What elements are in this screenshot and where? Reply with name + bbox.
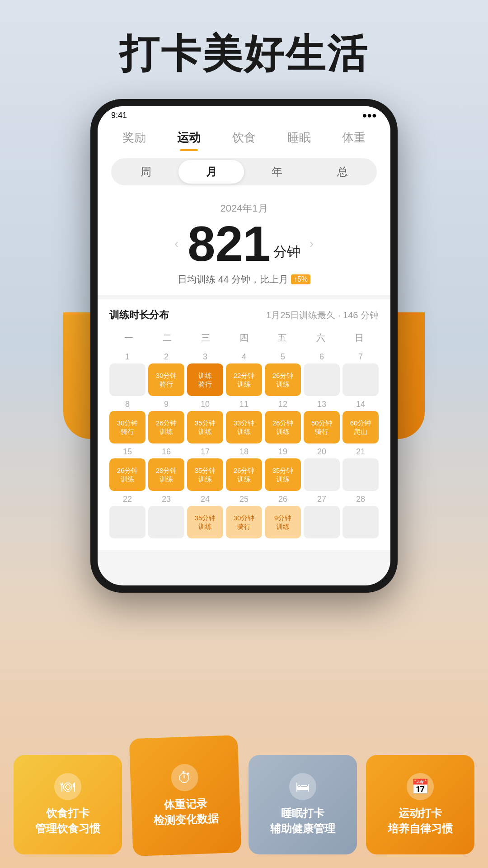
cal-date: 11 bbox=[226, 399, 262, 410]
week-cells-row-3[interactable]: 35分钟 训练30分钟 骑行9分钟 训练 bbox=[109, 506, 379, 538]
feature-cards: 🍽 饮食打卡管理饮食习惯 ⏱ 体重记录检测变化数据 🛏 睡眠打卡辅助健康管理 📅… bbox=[0, 737, 488, 868]
cal-cell-2-4[interactable]: 35分钟 训练 bbox=[265, 458, 301, 491]
next-arrow[interactable]: › bbox=[300, 236, 323, 251]
cal-cell-0-6[interactable] bbox=[343, 363, 379, 396]
cal-date: 24 bbox=[187, 494, 223, 505]
cal-cell-3-1[interactable] bbox=[148, 506, 184, 538]
cal-cell-0-2[interactable]: 训练 骑行 bbox=[187, 363, 223, 396]
cal-date: 22 bbox=[109, 494, 145, 505]
period-pills: 周 月 年 总 bbox=[111, 158, 377, 185]
cal-date: 23 bbox=[148, 494, 184, 505]
weight-icon: ⏱ bbox=[171, 764, 199, 792]
cal-cell-1-2[interactable]: 35分钟 训练 bbox=[187, 411, 223, 443]
stats-value: 821 bbox=[188, 219, 271, 269]
cal-cell-0-1[interactable]: 30分钟 骑行 bbox=[148, 363, 184, 396]
cal-date: 12 bbox=[265, 399, 301, 410]
cal-cell-3-6[interactable] bbox=[343, 506, 379, 538]
weekday-sun: 日 bbox=[340, 329, 379, 347]
status-bar: 9:41 ●●● bbox=[98, 106, 390, 124]
cal-date: 14 bbox=[343, 399, 379, 410]
stats-sub: 日均训练 44 分钟，比上月 ↑5% bbox=[111, 273, 377, 286]
cal-date: 10 bbox=[187, 399, 223, 410]
stats-value-row: ‹ 821 分钟 › bbox=[111, 219, 377, 269]
cal-date: 21 bbox=[343, 446, 379, 458]
week-date-row-1: 891011121314 bbox=[109, 399, 379, 410]
cal-date: 13 bbox=[304, 399, 340, 410]
cal-cell-2-2[interactable]: 35分钟 训练 bbox=[187, 458, 223, 491]
feature-card-food[interactable]: 🍽 饮食打卡管理饮食习惯 bbox=[14, 755, 122, 854]
tab-exercise[interactable]: 运动 bbox=[177, 130, 201, 151]
week-cells-row-1[interactable]: 30分钟 骑行26分钟 训练35分钟 训练33分钟 训练26分钟 训练50分钟 … bbox=[109, 411, 379, 443]
tab-diet[interactable]: 饮食 bbox=[232, 130, 256, 151]
cal-cell-1-6[interactable]: 60分钟 爬山 bbox=[343, 411, 379, 443]
tab-rewards[interactable]: 奖励 bbox=[122, 130, 146, 151]
cal-date: 5 bbox=[265, 351, 301, 363]
cal-cell-1-4[interactable]: 26分钟 训练 bbox=[265, 411, 301, 443]
week-cells-row-2[interactable]: 26分钟 训练28分钟 训练35分钟 训练26分钟 训练35分钟 训练 bbox=[109, 458, 379, 491]
weekday-fri: 五 bbox=[263, 329, 302, 347]
cal-date: 16 bbox=[148, 446, 184, 458]
status-icons: ●●● bbox=[362, 111, 377, 120]
cal-cell-2-5[interactable] bbox=[304, 458, 340, 491]
cal-cell-2-3[interactable]: 26分钟 训练 bbox=[226, 458, 262, 491]
cal-cell-3-2[interactable]: 35分钟 训练 bbox=[187, 506, 223, 538]
cal-cell-0-5[interactable] bbox=[304, 363, 340, 396]
weight-label: 体重记录检测变化数据 bbox=[153, 796, 219, 828]
feature-card-exercise[interactable]: 📅 运动打卡培养自律习惯 bbox=[366, 755, 474, 854]
exercise-label: 运动打卡培养自律习惯 bbox=[388, 806, 453, 836]
weekday-thu: 四 bbox=[225, 329, 263, 347]
cal-date: 3 bbox=[187, 351, 223, 363]
cal-cell-1-0[interactable]: 30分钟 骑行 bbox=[109, 411, 145, 443]
weekday-sat: 六 bbox=[302, 329, 340, 347]
weekday-wed: 三 bbox=[186, 329, 225, 347]
cal-cell-0-0[interactable] bbox=[109, 363, 145, 396]
cal-date: 28 bbox=[343, 494, 379, 505]
cal-date: 25 bbox=[226, 494, 262, 505]
status-time: 9:41 bbox=[111, 111, 127, 120]
cal-cell-3-4[interactable]: 9分钟 训练 bbox=[265, 506, 301, 538]
stats-unit: 分钟 bbox=[273, 243, 300, 269]
cal-cell-3-3[interactable]: 30分钟 骑行 bbox=[226, 506, 262, 538]
period-total[interactable]: 总 bbox=[310, 160, 375, 184]
cal-cell-3-0[interactable] bbox=[109, 506, 145, 538]
cal-cell-2-1[interactable]: 28分钟 训练 bbox=[148, 458, 184, 491]
calendar-subtitle: 1月25日训练最久 · 146 分钟 bbox=[266, 309, 379, 321]
feature-card-weight[interactable]: ⏱ 体重记录检测变化数据 bbox=[129, 735, 242, 856]
weekday-row: 一 二 三 四 五 六 日 bbox=[109, 329, 379, 347]
stats-section: 2024年1月 ‹ 821 分钟 › 日均训练 44 分钟，比上月 ↑5% bbox=[98, 193, 390, 295]
cal-date: 26 bbox=[265, 494, 301, 505]
sleep-icon: 🛏 bbox=[289, 773, 316, 800]
tab-sleep[interactable]: 睡眠 bbox=[287, 130, 311, 151]
feature-card-sleep[interactable]: 🛏 睡眠打卡辅助健康管理 bbox=[249, 755, 357, 854]
cal-date: 4 bbox=[226, 351, 262, 363]
prev-arrow[interactable]: ‹ bbox=[165, 236, 188, 251]
cal-date: 20 bbox=[304, 446, 340, 458]
week-cells-row-0[interactable]: 30分钟 骑行训练 骑行22分钟 训练26分钟 训练 bbox=[109, 363, 379, 396]
cal-cell-1-5[interactable]: 50分钟 骑行 bbox=[304, 411, 340, 443]
cal-date: 17 bbox=[187, 446, 223, 458]
week-date-row-0: 1234567 bbox=[109, 351, 379, 363]
cal-date: 8 bbox=[109, 399, 145, 410]
tab-weight[interactable]: 体重 bbox=[342, 130, 366, 151]
cal-date: 7 bbox=[343, 351, 379, 363]
cal-date: 6 bbox=[304, 351, 340, 363]
page-title: 打卡美好生活 bbox=[0, 0, 488, 81]
cal-date: 1 bbox=[109, 351, 145, 363]
phone-screen: 9:41 ●●● 奖励 运动 饮食 睡眠 体重 周 月 年 总 bbox=[98, 106, 390, 585]
cal-date: 27 bbox=[304, 494, 340, 505]
cal-cell-1-1[interactable]: 26分钟 训练 bbox=[148, 411, 184, 443]
cal-cell-1-3[interactable]: 33分钟 训练 bbox=[226, 411, 262, 443]
cal-cell-2-0[interactable]: 26分钟 训练 bbox=[109, 458, 145, 491]
cal-cell-3-5[interactable] bbox=[304, 506, 340, 538]
food-icon: 🍽 bbox=[54, 773, 81, 800]
period-week[interactable]: 周 bbox=[113, 160, 178, 184]
cal-cell-2-6[interactable] bbox=[343, 458, 379, 491]
trend-badge: ↑5% bbox=[291, 274, 310, 284]
cal-cell-0-3[interactable]: 22分钟 训练 bbox=[226, 363, 262, 396]
week-date-row-2: 15161718192021 bbox=[109, 446, 379, 458]
food-label: 饮食打卡管理饮食习惯 bbox=[35, 806, 100, 836]
phone-mockup: 9:41 ●●● 奖励 运动 饮食 睡眠 体重 周 月 年 总 bbox=[90, 99, 398, 593]
period-year[interactable]: 年 bbox=[244, 160, 310, 184]
cal-cell-0-4[interactable]: 26分钟 训练 bbox=[265, 363, 301, 396]
period-month[interactable]: 月 bbox=[178, 160, 244, 184]
